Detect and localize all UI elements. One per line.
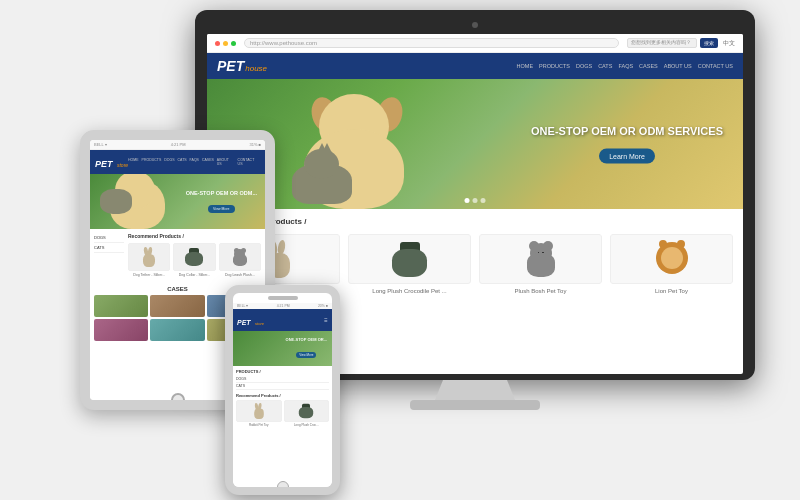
lion-toy-icon <box>654 240 690 278</box>
cat-illustration <box>287 149 357 204</box>
tablet-nav-contact[interactable]: CONTACT US <box>238 158 260 166</box>
phone-logo-pet: PET <box>237 319 251 326</box>
tablet-logo-pet: PET <box>95 159 113 169</box>
phone-sidebar-dogs[interactable]: DOGS <box>236 376 329 383</box>
product-card-croc[interactable]: Long Plush Crocodile Pet ... <box>348 234 471 294</box>
tablet-hero-animals <box>95 174 183 229</box>
tablet-prod-name-1: Dog Tether - Silber... <box>128 273 170 277</box>
tablet-nav-about[interactable]: ABOUT US <box>217 158 235 166</box>
url-bar[interactable]: http://www.pethouse.com <box>244 38 619 48</box>
product-image-lion <box>610 234 733 284</box>
phone-time: 4:21 PM <box>277 304 290 308</box>
phone-prod-img-2 <box>284 400 330 422</box>
phone-hero-text-area: ONE-STOP OEM OR... View More <box>286 337 327 360</box>
window-controls <box>215 41 236 46</box>
phone-croc-icon <box>298 404 314 418</box>
phone-prod-2[interactable]: Long Plush Croc... <box>284 400 330 427</box>
tablet-prod-2[interactable]: Dog Collar - Silber... <box>173 243 215 277</box>
hero-dot-3[interactable] <box>481 198 486 203</box>
hero-dots <box>465 198 486 203</box>
tablet-prod-1[interactable]: Dog Tether - Silber... <box>128 243 170 277</box>
tablet-case-1[interactable] <box>94 295 148 317</box>
maximize-dot[interactable] <box>231 41 236 46</box>
tablet-products-grid: Dog Tether - Silber... Dog Collar - Silb <box>128 243 261 277</box>
tablet-sidebar-cats[interactable]: CATS <box>94 243 124 253</box>
tablet-nav-products[interactable]: PRODUCTS <box>142 158 162 166</box>
product-image-croc <box>348 234 471 284</box>
tablet-header: PET store HOME PRODUCTS DOGS CATS FAQS C… <box>90 150 265 174</box>
bear-toy-icon <box>525 241 557 277</box>
phone-hero-btn[interactable]: View More <box>296 352 316 358</box>
tablet-case-2[interactable] <box>150 295 204 317</box>
tablet-cat-body <box>100 189 132 214</box>
site-header: PET house HOME PRODUCTS DOGS CATS FAQS C… <box>207 53 743 79</box>
phone-prod-img-1 <box>236 400 282 422</box>
tablet-sidebar-dogs[interactable]: DOGS <box>94 233 124 243</box>
monitor-camera <box>472 22 478 28</box>
nav-cats[interactable]: CATS <box>598 63 612 69</box>
hero-learn-more-button[interactable]: Learn More <box>599 149 655 164</box>
phone-logo: PET store <box>237 311 264 329</box>
logo-pet-text: PET <box>217 58 244 74</box>
nav-products[interactable]: PRODUCTS <box>539 63 570 69</box>
phone-menu-icon[interactable]: ☰ <box>324 318 328 323</box>
products-section-title: Recommend Products / <box>217 217 733 226</box>
cat-ear-right <box>317 143 327 153</box>
product-name-lion: Lion Pet Toy <box>610 288 733 294</box>
phone: BELL ▾ 4:21 PM 20% ■ PET store ☰ ONE-STO… <box>225 285 340 495</box>
cat-head <box>304 149 339 179</box>
phone-home-button[interactable] <box>277 481 289 493</box>
mini-rabbit-icon <box>141 247 157 267</box>
tablet-nav-cats[interactable]: CATS <box>178 158 187 166</box>
tablet-home-button[interactable] <box>171 393 185 407</box>
tablet-case-4[interactable] <box>94 319 148 341</box>
nav-dogs[interactable]: DOGS <box>576 63 592 69</box>
tablet-prod-3[interactable]: Dog Leash Plush... <box>219 243 261 277</box>
tablet-nav-cases[interactable]: CASES <box>202 158 214 166</box>
product-card-lion[interactable]: Lion Pet Toy <box>610 234 733 294</box>
tablet-nav-dogs[interactable]: DOGS <box>164 158 174 166</box>
phone-battery: 20% ■ <box>318 304 328 308</box>
phone-sidebar-cats[interactable]: CATS <box>236 383 329 390</box>
mini-bear-icon <box>232 248 248 266</box>
tablet-nav-home[interactable]: HOME <box>128 158 139 166</box>
tablet-hero-btn[interactable]: View More <box>208 205 234 213</box>
phone-logo-house: store <box>255 321 264 326</box>
product-name-bear: Plush Bosh Pet Toy <box>479 288 602 294</box>
close-dot[interactable] <box>215 41 220 46</box>
tablet-sidebar: DOGS CATS <box>94 233 124 277</box>
tablet-battery: 31% ■ <box>249 142 261 147</box>
tablet-carrier: BELL ▾ <box>94 142 107 147</box>
site-search-button[interactable]: 搜索 <box>700 38 718 48</box>
phone-hero: ONE-STOP OEM OR... View More <box>233 331 332 366</box>
nav-contact[interactable]: CONTACT US <box>698 63 733 69</box>
monitor-stand <box>435 380 515 400</box>
tablet-nav-faqs[interactable]: FAQS <box>190 158 199 166</box>
nav-home[interactable]: HOME <box>517 63 534 69</box>
tablet-content: DOGS CATS Recommend Products / <box>90 229 265 281</box>
url-text: http://www.pethouse.com <box>250 40 317 46</box>
lang-switcher[interactable]: 中文 <box>723 39 735 48</box>
site-logo: PET house <box>217 58 267 74</box>
tablet-prod-img-3 <box>219 243 261 271</box>
nav-cases[interactable]: CASES <box>639 63 658 69</box>
monitor-base <box>410 400 540 410</box>
minimize-dot[interactable] <box>223 41 228 46</box>
tablet-logo-house: store <box>117 162 128 168</box>
phone-content: PRODUCTS / DOGS CATS Recommend Products … <box>233 366 332 430</box>
product-image-bear <box>479 234 602 284</box>
nav-about[interactable]: ABOUT US <box>664 63 692 69</box>
hero-dot-2[interactable] <box>473 198 478 203</box>
hero-dot-1[interactable] <box>465 198 470 203</box>
tablet-prod-name-3: Dog Leash Plush... <box>219 273 261 277</box>
site-nav: HOME PRODUCTS DOGS CATS FAQS CASES ABOUT… <box>517 63 733 69</box>
phone-prod-1[interactable]: Rabbit Pet Toy <box>236 400 282 427</box>
site-search-input[interactable]: 您想找到更多相关内容吗？ <box>627 38 697 48</box>
mini-croc-icon <box>184 248 204 266</box>
nav-faqs[interactable]: FAQS <box>618 63 633 69</box>
phone-products-grid: Rabbit Pet Toy Long Plush Croc... <box>236 400 329 427</box>
hero-section: ONE-STOP OEM OR ODM SERVICES Learn More <box>207 79 743 209</box>
product-card-bear[interactable]: Plush Bosh Pet Toy <box>479 234 602 294</box>
product-name-croc: Long Plush Crocodile Pet ... <box>348 288 471 294</box>
tablet-case-5[interactable] <box>150 319 204 341</box>
